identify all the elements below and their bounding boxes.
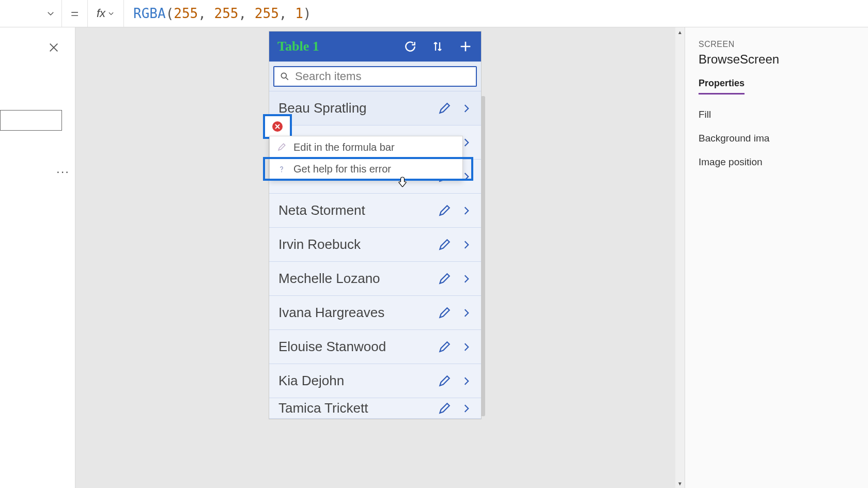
list-item[interactable]: Kia Dejohn	[269, 364, 481, 398]
panel-category: SCREEN	[699, 40, 868, 49]
field-background-image[interactable]: Background ima	[699, 133, 868, 144]
app-header: Table 1	[269, 32, 481, 61]
fx-button[interactable]: fx	[88, 0, 124, 27]
refresh-button[interactable]	[404, 39, 417, 54]
open-item-button[interactable]	[461, 171, 472, 182]
app-title: Table 1	[277, 39, 404, 54]
error-context-menu: Edit in the formula bar Get help for thi…	[269, 136, 463, 180]
scroll-down-icon[interactable]: ▼	[675, 479, 685, 488]
chevron-right-icon	[461, 171, 472, 182]
properties-panel: SCREEN BrowseScreen Properties Fill Back…	[685, 27, 868, 488]
search-icon	[280, 71, 290, 82]
left-search-input[interactable]	[0, 110, 62, 131]
ctx-get-help-label: Get help for this error	[293, 163, 391, 175]
edit-item-button[interactable]	[438, 306, 451, 320]
edit-item-button[interactable]	[438, 102, 451, 115]
pencil-icon	[438, 306, 451, 320]
edit-item-button[interactable]	[438, 272, 451, 286]
pencil-icon	[277, 143, 286, 152]
canvas-area: Table 1 Beau Spratling Alonso Partee Net…	[75, 27, 685, 488]
edit-item-button[interactable]	[438, 402, 451, 415]
error-indicator-highlight[interactable]	[263, 114, 292, 139]
formula-input[interactable]: RGBA(255, 255, 255, 1)	[124, 6, 868, 21]
more-options-button[interactable]: ···	[56, 164, 70, 179]
open-item-button[interactable]	[461, 274, 472, 284]
question-icon	[277, 165, 286, 174]
list-item[interactable]: Beau Spratling	[269, 91, 481, 125]
search-row	[269, 61, 481, 91]
chevron-right-icon	[461, 342, 472, 352]
chevron-right-icon	[461, 137, 472, 148]
svg-point-0	[281, 73, 286, 78]
open-item-button[interactable]	[461, 342, 472, 352]
search-box[interactable]	[273, 66, 477, 87]
open-item-button[interactable]	[461, 403, 472, 414]
sort-icon	[431, 40, 444, 53]
chevron-right-icon	[461, 103, 472, 114]
chevron-right-icon	[461, 376, 472, 386]
list-scrollbar-thumb[interactable]	[481, 96, 485, 416]
svg-point-1	[281, 171, 282, 172]
open-item-button[interactable]	[461, 376, 472, 386]
plus-icon	[458, 39, 473, 54]
open-item-button[interactable]	[461, 137, 472, 148]
open-item-button[interactable]	[461, 308, 472, 318]
edit-item-button[interactable]	[438, 238, 451, 251]
edit-item-button[interactable]	[438, 204, 451, 217]
chevron-down-icon	[107, 10, 115, 17]
chevron-right-icon	[461, 403, 472, 414]
equals-sign: =	[62, 0, 88, 27]
chevron-right-icon	[461, 308, 472, 318]
close-panel-button[interactable]	[48, 42, 59, 55]
edit-item-button[interactable]	[438, 374, 451, 388]
canvas-scrollbar[interactable]: ▲ ▼	[675, 27, 685, 488]
ctx-edit-formula-label: Edit in the formula bar	[293, 141, 395, 153]
close-icon	[48, 42, 59, 53]
list-item[interactable]: Elouise Stanwood	[269, 330, 481, 364]
search-input[interactable]	[295, 70, 471, 83]
pencil-icon	[438, 374, 451, 388]
field-fill[interactable]: Fill	[699, 109, 868, 120]
chevron-down-icon	[46, 9, 55, 18]
list-item[interactable]: Neta Storment	[269, 194, 481, 228]
pencil-icon	[438, 102, 451, 115]
sort-button[interactable]	[431, 39, 444, 54]
property-dropdown[interactable]	[0, 0, 62, 27]
panel-object-name: BrowseScreen	[699, 52, 868, 67]
edit-item-button[interactable]	[438, 340, 451, 354]
field-image-position[interactable]: Image position	[699, 156, 868, 168]
pencil-icon	[438, 402, 451, 415]
list-item[interactable]: Tamica Trickett	[269, 398, 481, 419]
open-item-button[interactable]	[461, 240, 472, 250]
open-item-button[interactable]	[461, 103, 472, 114]
app-preview: Table 1 Beau Spratling Alonso Partee Net…	[269, 32, 481, 419]
pencil-icon	[438, 272, 451, 286]
fx-label: fx	[97, 7, 105, 20]
pencil-icon	[438, 238, 451, 251]
refresh-icon	[404, 40, 417, 53]
pencil-icon	[438, 340, 451, 354]
scroll-up-icon[interactable]: ▲	[675, 27, 685, 37]
add-button[interactable]	[458, 39, 473, 54]
chevron-right-icon	[461, 240, 472, 250]
cursor-icon	[397, 176, 408, 190]
left-panel: ···	[0, 27, 75, 488]
ctx-edit-formula[interactable]: Edit in the formula bar	[270, 136, 462, 158]
chevron-right-icon	[461, 206, 472, 216]
list-item[interactable]: Ivana Hargreaves	[269, 296, 481, 330]
chevron-right-icon	[461, 274, 472, 284]
error-x-icon	[275, 124, 280, 129]
formula-fn: RGBA	[133, 6, 166, 21]
error-badge[interactable]	[272, 121, 283, 132]
open-item-button[interactable]	[461, 206, 472, 216]
ctx-get-help[interactable]: Get help for this error	[270, 158, 462, 180]
tab-properties[interactable]: Properties	[699, 78, 745, 95]
list-item[interactable]: Irvin Roebuck	[269, 228, 481, 262]
formula-bar: = fx RGBA(255, 255, 255, 1)	[0, 0, 868, 27]
pencil-icon	[438, 204, 451, 217]
list-item[interactable]: Mechelle Lozano	[269, 262, 481, 296]
